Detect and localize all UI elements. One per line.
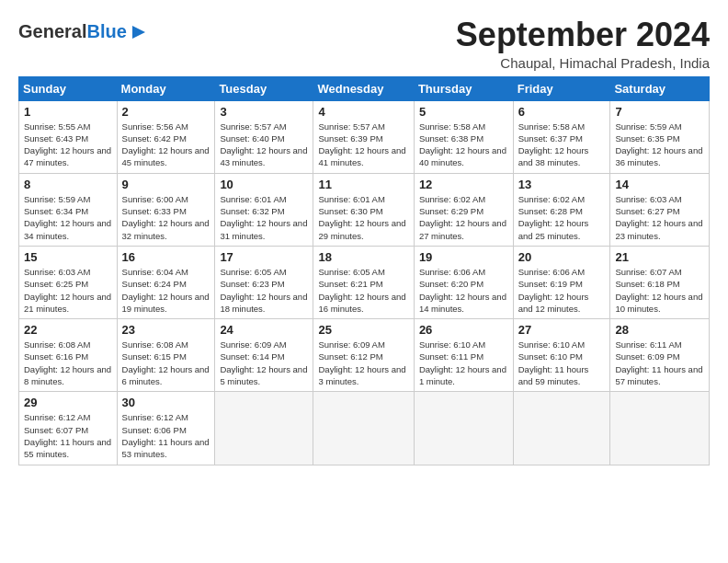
day-number: 26	[419, 323, 508, 337]
day-info: Sunrise: 6:12 AMSunset: 6:06 PMDaylight:…	[122, 411, 210, 460]
day-info: Sunrise: 6:08 AMSunset: 6:16 PMDaylight:…	[24, 339, 112, 387]
calendar-day-4: 4Sunrise: 5:57 AMSunset: 6:39 PMDaylight…	[313, 100, 414, 173]
calendar-day-3: 3Sunrise: 5:57 AMSunset: 6:40 PMDaylight…	[215, 100, 313, 173]
day-number: 11	[318, 178, 408, 191]
day-number: 13	[518, 178, 606, 191]
day-number: 16	[122, 250, 210, 264]
day-number: 7	[615, 105, 704, 119]
day-info: Sunrise: 6:07 AMSunset: 6:18 PMDaylight:…	[615, 266, 704, 315]
day-number: 25	[318, 323, 408, 337]
logo-text: GeneralBlue	[18, 21, 127, 42]
day-number: 29	[24, 396, 112, 409]
calendar-day-7: 7Sunrise: 5:59 AMSunset: 6:35 PMDaylight…	[610, 100, 710, 173]
day-info: Sunrise: 5:58 AMSunset: 6:38 PMDaylight:…	[419, 121, 508, 169]
day-number: 10	[220, 178, 308, 191]
day-number: 12	[419, 178, 508, 191]
calendar-week-row: 15Sunrise: 6:03 AMSunset: 6:25 PMDayligh…	[19, 246, 710, 318]
day-number: 1	[24, 105, 112, 119]
calendar-day-25: 25Sunrise: 6:09 AMSunset: 6:12 PMDayligh…	[313, 319, 414, 392]
calendar-week-row: 29Sunrise: 6:12 AMSunset: 6:07 PMDayligh…	[19, 392, 710, 465]
calendar-day-11: 11Sunrise: 6:01 AMSunset: 6:30 PMDayligh…	[313, 173, 414, 246]
day-info: Sunrise: 6:08 AMSunset: 6:15 PMDaylight:…	[122, 339, 210, 387]
logo-blue: Blue	[86, 21, 126, 41]
calendar-header-row: Sunday Monday Tuesday Wednesday Thursday…	[19, 76, 710, 100]
calendar-day-14: 14Sunrise: 6:03 AMSunset: 6:27 PMDayligh…	[610, 173, 710, 246]
day-info: Sunrise: 6:01 AMSunset: 6:30 PMDaylight:…	[318, 193, 408, 242]
day-info: Sunrise: 6:03 AMSunset: 6:27 PMDaylight:…	[615, 193, 704, 242]
col-sunday: Sunday	[19, 76, 118, 100]
calendar-day-5: 5Sunrise: 5:58 AMSunset: 6:38 PMDaylight…	[414, 100, 513, 173]
svg-marker-0	[132, 26, 145, 39]
logo: GeneralBlue	[18, 17, 149, 42]
logo-general: General	[18, 21, 86, 41]
calendar-day-23: 23Sunrise: 6:08 AMSunset: 6:15 PMDayligh…	[117, 319, 215, 392]
calendar-day-22: 22Sunrise: 6:08 AMSunset: 6:16 PMDayligh…	[19, 319, 118, 392]
day-info: Sunrise: 5:56 AMSunset: 6:42 PMDaylight:…	[122, 121, 210, 169]
day-info: Sunrise: 6:02 AMSunset: 6:29 PMDaylight:…	[419, 193, 508, 242]
day-info: Sunrise: 6:00 AMSunset: 6:33 PMDaylight:…	[122, 193, 210, 242]
day-number: 2	[122, 105, 210, 119]
day-info: Sunrise: 6:12 AMSunset: 6:07 PMDaylight:…	[24, 411, 112, 460]
col-tuesday: Tuesday	[215, 76, 313, 100]
header: GeneralBlue September 2024 Chaupal, Hima…	[18, 17, 710, 71]
calendar-day-19: 19Sunrise: 6:06 AMSunset: 6:20 PMDayligh…	[414, 246, 513, 318]
calendar-day-10: 10Sunrise: 6:01 AMSunset: 6:32 PMDayligh…	[215, 173, 313, 246]
calendar-day-27: 27Sunrise: 6:10 AMSunset: 6:10 PMDayligh…	[513, 319, 610, 392]
day-info: Sunrise: 6:02 AMSunset: 6:28 PMDaylight:…	[518, 193, 606, 242]
day-number: 4	[318, 105, 408, 119]
day-number: 5	[419, 105, 508, 119]
day-info: Sunrise: 5:58 AMSunset: 6:37 PMDaylight:…	[518, 121, 606, 169]
day-number: 19	[419, 250, 508, 264]
calendar-day-30: 30Sunrise: 6:12 AMSunset: 6:06 PMDayligh…	[117, 392, 215, 465]
day-info: Sunrise: 6:09 AMSunset: 6:14 PMDaylight:…	[220, 339, 308, 387]
calendar-day-15: 15Sunrise: 6:03 AMSunset: 6:25 PMDayligh…	[19, 246, 118, 318]
day-number: 6	[518, 105, 606, 119]
day-info: Sunrise: 6:06 AMSunset: 6:19 PMDaylight:…	[518, 266, 606, 315]
logo-arrow-icon	[129, 22, 149, 42]
day-info: Sunrise: 6:10 AMSunset: 6:11 PMDaylight:…	[419, 339, 508, 387]
logo-icon: GeneralBlue	[18, 20, 149, 42]
calendar-day-17: 17Sunrise: 6:05 AMSunset: 6:23 PMDayligh…	[215, 246, 313, 318]
title-block: September 2024 Chaupal, Himachal Pradesh…	[456, 17, 710, 71]
calendar-day-21: 21Sunrise: 6:07 AMSunset: 6:18 PMDayligh…	[610, 246, 710, 318]
calendar-day-26: 26Sunrise: 6:10 AMSunset: 6:11 PMDayligh…	[414, 319, 513, 392]
calendar-day-empty	[414, 392, 513, 465]
day-info: Sunrise: 6:11 AMSunset: 6:09 PMDaylight:…	[615, 339, 704, 387]
day-number: 23	[122, 323, 210, 337]
day-info: Sunrise: 6:06 AMSunset: 6:20 PMDaylight:…	[419, 266, 508, 315]
day-number: 3	[220, 105, 308, 119]
day-info: Sunrise: 6:09 AMSunset: 6:12 PMDaylight:…	[318, 339, 408, 387]
calendar-week-row: 8Sunrise: 5:59 AMSunset: 6:34 PMDaylight…	[19, 173, 710, 246]
day-number: 17	[220, 250, 308, 264]
day-number: 21	[615, 250, 704, 264]
day-number: 15	[24, 250, 112, 264]
calendar-day-empty	[313, 392, 414, 465]
month-year: September 2024	[456, 17, 710, 53]
day-number: 9	[122, 178, 210, 191]
day-info: Sunrise: 6:04 AMSunset: 6:24 PMDaylight:…	[122, 266, 210, 315]
calendar-day-6: 6Sunrise: 5:58 AMSunset: 6:37 PMDaylight…	[513, 100, 610, 173]
day-info: Sunrise: 6:03 AMSunset: 6:25 PMDaylight:…	[24, 266, 112, 315]
page: GeneralBlue September 2024 Chaupal, Hima…	[0, 0, 728, 475]
day-info: Sunrise: 5:57 AMSunset: 6:39 PMDaylight:…	[318, 121, 408, 169]
day-info: Sunrise: 5:59 AMSunset: 6:34 PMDaylight:…	[24, 193, 112, 242]
day-info: Sunrise: 5:59 AMSunset: 6:35 PMDaylight:…	[615, 121, 704, 169]
col-saturday: Saturday	[610, 76, 710, 100]
calendar-day-empty	[610, 392, 710, 465]
day-number: 18	[318, 250, 408, 264]
calendar-week-row: 22Sunrise: 6:08 AMSunset: 6:16 PMDayligh…	[19, 319, 710, 392]
day-number: 14	[615, 178, 704, 191]
calendar-table: Sunday Monday Tuesday Wednesday Thursday…	[18, 76, 710, 465]
col-monday: Monday	[117, 76, 215, 100]
calendar-day-28: 28Sunrise: 6:11 AMSunset: 6:09 PMDayligh…	[610, 319, 710, 392]
calendar-day-1: 1Sunrise: 5:55 AMSunset: 6:43 PMDaylight…	[19, 100, 118, 173]
day-number: 24	[220, 323, 308, 337]
calendar-day-2: 2Sunrise: 5:56 AMSunset: 6:42 PMDaylight…	[117, 100, 215, 173]
col-thursday: Thursday	[414, 76, 513, 100]
calendar-day-empty	[513, 392, 610, 465]
calendar-week-row: 1Sunrise: 5:55 AMSunset: 6:43 PMDaylight…	[19, 100, 710, 173]
day-number: 20	[518, 250, 606, 264]
day-number: 8	[24, 178, 112, 191]
col-friday: Friday	[513, 76, 610, 100]
day-info: Sunrise: 6:01 AMSunset: 6:32 PMDaylight:…	[220, 193, 308, 242]
